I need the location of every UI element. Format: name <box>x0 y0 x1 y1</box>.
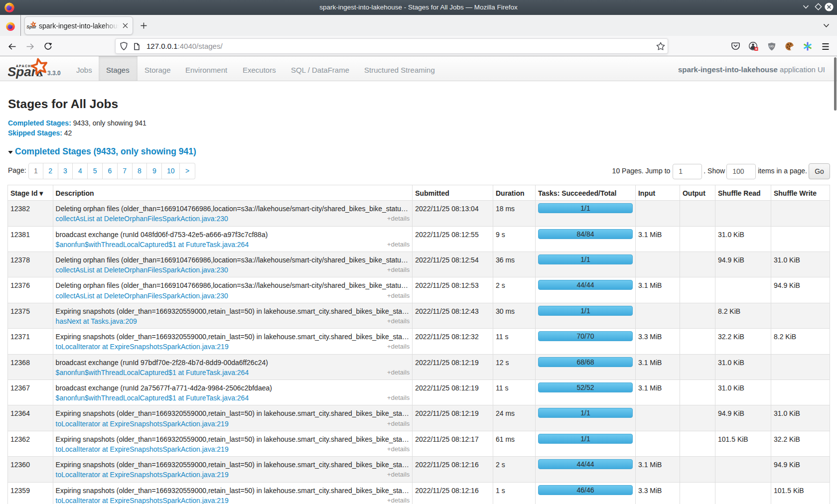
svg-text:™: ™ <box>38 75 41 78</box>
svg-text:UO: UO <box>769 45 774 48</box>
